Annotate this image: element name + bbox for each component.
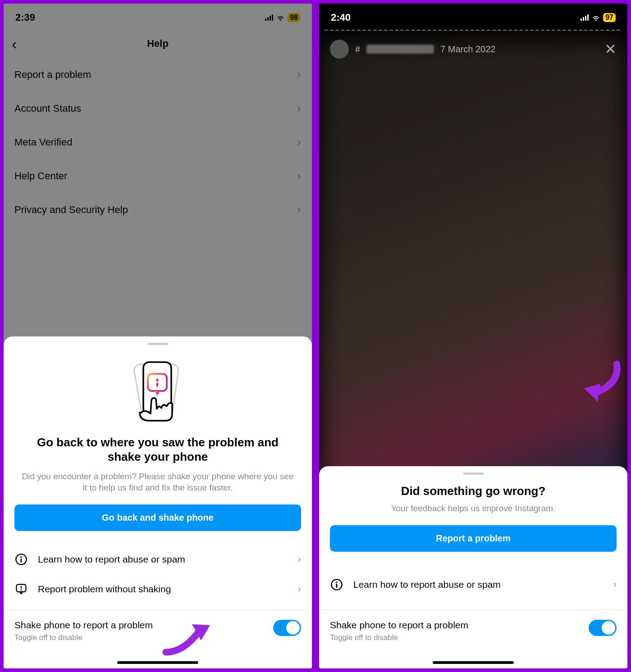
sheet-description: Your feedback helps us improve Instagram… — [319, 503, 627, 514]
svg-rect-8 — [21, 558, 22, 563]
report-problem-sheet: Did something go wrong? Your feedback he… — [319, 466, 627, 668]
story-header: # 7 March 2022 ✕ — [319, 31, 627, 68]
shake-toggle[interactable] — [589, 620, 617, 636]
home-indicator[interactable] — [117, 661, 198, 664]
toggle-subtitle: Toggle off to disable — [14, 633, 153, 642]
menu-item-help-center[interactable]: Help Center› — [4, 159, 312, 193]
svg-point-7 — [20, 556, 22, 558]
shake-toggle-row: Shake phone to report a problem Toggle o… — [4, 609, 312, 656]
sheet-grabber[interactable] — [463, 472, 484, 475]
shake-toggle-row: Shake phone to report a problem Toggle o… — [319, 609, 627, 656]
wifi-icon — [591, 14, 600, 21]
option-label: Report problem without shaking — [38, 584, 288, 595]
wifi-icon — [276, 14, 285, 21]
menu-label: Help Center — [14, 170, 67, 182]
toggle-subtitle: Toggle off to disable — [330, 633, 468, 642]
story-hashtag: # — [355, 44, 360, 54]
chevron-right-icon: › — [298, 583, 301, 595]
screen-help: 2:39 98 ‹ Help Report a problem› Account… — [2, 2, 314, 670]
learn-abuse-row[interactable]: Learn how to report abuse or spam › — [4, 545, 312, 574]
shake-phone-illustration — [4, 354, 312, 426]
chevron-right-icon: › — [297, 203, 301, 217]
cellular-icon — [581, 14, 589, 21]
sheet-grabber[interactable] — [147, 343, 168, 345]
svg-rect-14 — [336, 584, 338, 588]
battery-indicator: 97 — [603, 13, 616, 22]
page-header: ‹ Help — [4, 30, 312, 58]
status-indicators: 98 — [265, 13, 300, 22]
avatar[interactable] — [330, 40, 349, 59]
menu-item-privacy[interactable]: Privacy and Security Help› — [4, 193, 312, 227]
battery-indicator: 98 — [288, 13, 300, 22]
menu-label: Privacy and Security Help — [14, 204, 128, 216]
chevron-right-icon: › — [297, 135, 301, 149]
menu-item-account-status[interactable]: Account Status› — [4, 91, 312, 125]
svg-point-4 — [156, 379, 159, 381]
screen-story-report: 2:40 97 # 7 March 2022 ✕ Did something g… — [317, 2, 629, 670]
story-date: 7 March 2022 — [440, 44, 495, 54]
shake-report-sheet: Go back to where you saw the problem and… — [4, 336, 312, 668]
sheet-description: Did you encounter a problem? Please shak… — [4, 471, 312, 494]
report-problem-button[interactable]: Report a problem — [330, 525, 617, 552]
report-no-shake-row[interactable]: Report problem without shaking › — [4, 574, 312, 604]
option-label: Learn how to report abuse or spam — [353, 579, 604, 590]
svg-rect-10 — [21, 586, 22, 589]
back-button[interactable]: ‹ — [12, 35, 17, 53]
chevron-right-icon: › — [298, 554, 301, 565]
story-username-redacted — [366, 45, 434, 54]
chevron-right-icon: › — [297, 169, 301, 183]
toggle-title: Shake phone to report a problem — [330, 620, 468, 631]
menu-label: Meta Verified — [14, 136, 72, 148]
status-bar: 2:40 97 — [319, 4, 627, 30]
chevron-right-icon: › — [297, 101, 301, 115]
report-icon — [14, 582, 28, 596]
close-icon[interactable]: ✕ — [604, 41, 617, 58]
go-back-shake-button[interactable]: Go back and shake phone — [14, 504, 301, 531]
sheet-title: Go back to where you saw the problem and… — [4, 435, 312, 464]
menu-label: Report a problem — [14, 69, 91, 81]
status-time: 2:40 — [331, 12, 351, 23]
svg-rect-5 — [156, 382, 158, 387]
chevron-right-icon: › — [613, 579, 617, 590]
toggle-title: Shake phone to report a problem — [14, 620, 153, 631]
learn-abuse-row[interactable]: Learn how to report abuse or spam › — [319, 565, 627, 604]
menu-item-meta-verified[interactable]: Meta Verified› — [4, 125, 312, 159]
status-indicators: 97 — [581, 13, 616, 22]
svg-point-11 — [21, 589, 22, 590]
svg-point-13 — [336, 581, 337, 583]
sheet-title: Did something go wrong? — [319, 484, 627, 499]
page-title: Help — [147, 38, 169, 50]
info-icon — [330, 578, 343, 591]
status-time: 2:39 — [15, 12, 35, 23]
menu-label: Account Status — [14, 103, 81, 114]
status-bar: 2:39 98 — [4, 4, 312, 30]
cellular-icon — [265, 14, 274, 21]
menu-item-report[interactable]: Report a problem› — [4, 58, 312, 91]
info-icon — [14, 553, 28, 566]
option-label: Learn how to report abuse or spam — [38, 554, 288, 565]
shake-toggle[interactable] — [273, 620, 301, 636]
chevron-right-icon: › — [297, 68, 301, 82]
home-indicator[interactable] — [433, 661, 514, 664]
